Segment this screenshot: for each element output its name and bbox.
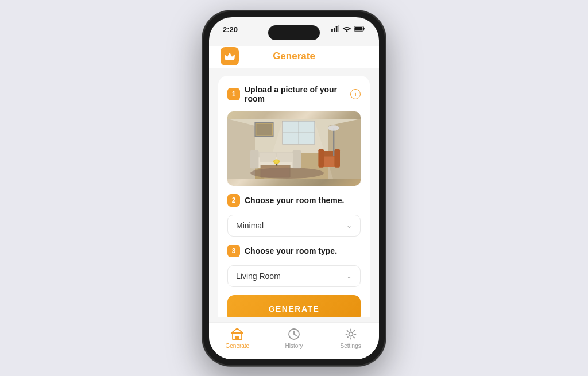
step1-label: Upload a picture of your room <box>245 85 346 103</box>
theme-dropdown[interactable]: Minimal ⌄ <box>227 215 361 237</box>
theme-value: Minimal <box>236 221 264 230</box>
svg-rect-33 <box>333 128 334 156</box>
status-icons <box>331 25 365 32</box>
svg-rect-20 <box>250 150 258 168</box>
status-time: 2:20 <box>223 25 238 34</box>
svg-rect-0 <box>331 29 333 32</box>
room-type-value: Living Room <box>236 272 281 281</box>
nav-label-generate: Generate <box>225 343 249 349</box>
dynamic-island <box>268 25 320 40</box>
svg-point-34 <box>328 125 339 131</box>
settings-nav-icon <box>344 327 358 341</box>
svg-rect-7 <box>225 59 234 60</box>
svg-rect-31 <box>318 149 324 167</box>
step1-header: 1 Upload a picture of your room i <box>227 85 361 103</box>
chevron-down-icon: ⌄ <box>346 222 352 230</box>
history-nav-icon <box>287 327 301 341</box>
generate-button[interactable]: GENERATE <box>227 295 361 317</box>
svg-rect-21 <box>293 150 301 168</box>
top-nav: Generate <box>209 46 379 68</box>
svg-rect-5 <box>364 28 365 29</box>
nav-item-settings[interactable]: Settings <box>322 327 379 349</box>
svg-rect-37 <box>256 123 272 134</box>
step3-header: 3 Choose your room type. <box>227 245 361 257</box>
crown-icon <box>225 52 235 61</box>
home-icon <box>231 328 243 340</box>
wifi-icon <box>342 25 351 32</box>
content-divider <box>209 317 379 322</box>
svg-rect-6 <box>354 27 362 30</box>
step1-badge: 1 <box>227 88 240 100</box>
step2-header: 2 Choose your room theme. <box>227 194 361 207</box>
phone-wrapper: 2:20 <box>202 10 386 366</box>
svg-rect-3 <box>338 25 339 32</box>
step2-label: Choose your room theme. <box>245 196 361 205</box>
svg-point-42 <box>349 332 353 336</box>
phone-screen: 2:20 <box>209 17 379 359</box>
svg-rect-40 <box>235 336 239 340</box>
svg-point-28 <box>274 160 278 163</box>
info-icon[interactable]: i <box>350 89 361 99</box>
svg-rect-2 <box>336 26 338 32</box>
room-type-dropdown[interactable]: Living Room ⌄ <box>227 265 361 287</box>
svg-rect-1 <box>334 28 335 32</box>
gear-icon <box>345 328 357 340</box>
room-image[interactable] <box>227 111 361 186</box>
signal-icon <box>331 25 340 32</box>
svg-rect-32 <box>334 149 340 167</box>
svg-marker-11 <box>227 119 255 179</box>
battery-icon <box>354 25 365 32</box>
app-logo <box>220 47 239 65</box>
step3-badge: 3 <box>227 245 240 257</box>
nav-label-settings: Settings <box>341 343 361 349</box>
svg-rect-22 <box>260 153 276 162</box>
room-scene <box>227 111 361 186</box>
svg-point-35 <box>250 167 324 178</box>
step2-badge: 2 <box>227 194 240 207</box>
main-content: 1 Upload a picture of your room i <box>209 68 379 317</box>
generate-nav-icon <box>230 327 244 341</box>
bottom-nav: Generate History <box>209 322 379 359</box>
chevron-down-icon-2: ⌄ <box>346 272 352 280</box>
nav-item-generate[interactable]: Generate <box>209 327 266 349</box>
step3-label: Choose your room type. <box>245 246 361 255</box>
nav-label-history: History <box>285 343 303 349</box>
clock-icon <box>288 328 300 340</box>
main-card: 1 Upload a picture of your room i <box>218 76 370 317</box>
nav-item-history[interactable]: History <box>266 327 323 349</box>
page-title: Generate <box>273 51 315 62</box>
